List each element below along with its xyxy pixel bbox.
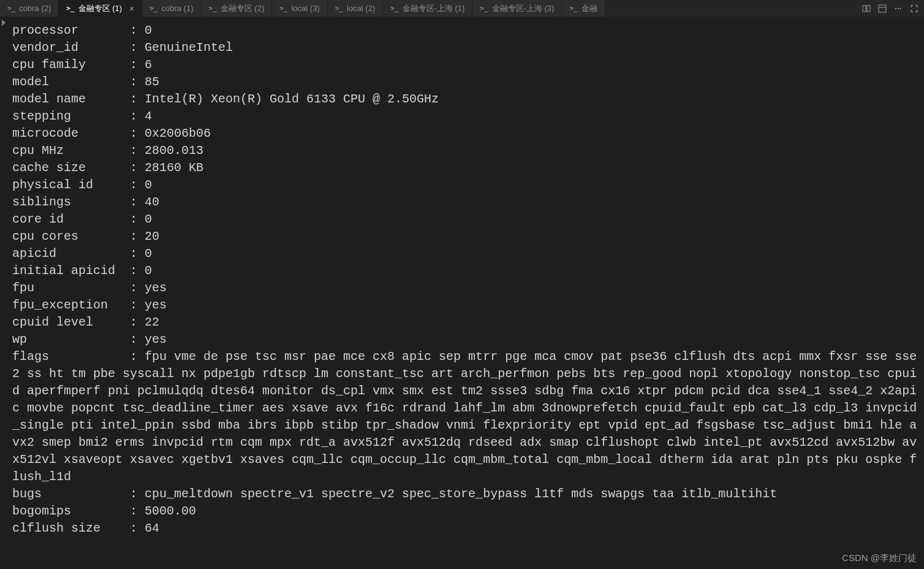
svg-point-5 [898, 7, 899, 9]
cpuinfo-row: wp : yes [12, 331, 922, 348]
cpuinfo-row: apicid : 0 [12, 245, 922, 262]
terminal-tab[interactable]: >_金融 [562, 0, 605, 17]
svg-rect-1 [867, 6, 870, 12]
tab-label: cobra (2) [19, 4, 51, 13]
svg-point-4 [895, 7, 896, 9]
tab-label: 金融 [581, 3, 597, 14]
close-icon[interactable]: × [129, 4, 134, 13]
terminal-icon: >_ [66, 4, 74, 12]
terminal-tab[interactable]: >_金融专区-上海 (1) [383, 0, 472, 17]
terminal-tab[interactable]: >_local (2) [328, 0, 384, 17]
split-icon[interactable] [862, 4, 871, 13]
cpuinfo-row: cache size : 28160 KB [12, 159, 922, 177]
cpuinfo-row: fpu : yes [12, 280, 922, 297]
cpuinfo-row: model : 85 [12, 74, 922, 91]
more-icon[interactable] [893, 4, 903, 13]
cpuinfo-row: siblings : 40 [12, 194, 922, 211]
cpuinfo-row: initial apicid : 0 [12, 262, 922, 280]
cpuinfo-row: cpu family : 6 [12, 56, 922, 74]
terminal-tab[interactable]: >_金融专区-上海 (3) [472, 0, 562, 17]
terminal-tab[interactable]: >_cobra (2) [0, 0, 59, 17]
cpuinfo-row: microcode : 0x2006b06 [12, 125, 922, 142]
svg-rect-2 [879, 5, 886, 12]
cpuinfo-row: bugs : cpu_meltdown spectre_v1 spectre_v… [12, 486, 922, 503]
fold-gutter[interactable] [0, 17, 10, 569]
tab-label: local (3) [292, 4, 320, 13]
cpuinfo-flags: flags : fpu vme de pse tsc msr pae mce c… [12, 348, 922, 486]
terminal-tab[interactable]: >_cobra (1) [142, 0, 201, 17]
terminal-output[interactable]: processor : 0vendor_id : GenuineIntelcpu… [10, 17, 924, 569]
cpuinfo-row: clflush size : 64 [12, 520, 922, 537]
svg-point-6 [900, 7, 901, 9]
tab-label: local (2) [347, 4, 375, 13]
terminal-tab[interactable]: >_金融专区 (1)× [59, 0, 142, 17]
maximize-icon[interactable] [909, 4, 919, 13]
terminal-icon: >_ [569, 4, 577, 12]
tab-label: 金融专区 (1) [78, 3, 123, 14]
terminal-icon: >_ [279, 4, 287, 12]
terminal-icon: >_ [335, 4, 343, 12]
cpuinfo-row: processor : 0 [12, 22, 922, 39]
terminal-icon: >_ [390, 4, 398, 12]
window-controls [862, 0, 924, 17]
tab-label: 金融专区-上海 (1) [403, 3, 465, 14]
cpuinfo-row: stepping : 4 [12, 108, 922, 125]
cpuinfo-row: cpuid level : 22 [12, 314, 922, 331]
svg-rect-0 [863, 6, 866, 12]
terminal-icon: >_ [209, 4, 217, 12]
watermark: CSDN @李姓门徒 [842, 552, 917, 564]
terminal-icon: >_ [7, 4, 15, 12]
cpuinfo-row: physical id : 0 [12, 177, 922, 194]
cpuinfo-row: cpu MHz : 2800.013 [12, 142, 922, 159]
cpuinfo-row: fpu_exception : yes [12, 297, 922, 314]
tab-label: cobra (1) [161, 4, 193, 13]
tab-label: 金融专区-上海 (3) [492, 3, 555, 14]
terminal-tab[interactable]: >_金融专区 (2) [202, 0, 273, 17]
terminal-tab[interactable]: >_local (3) [272, 0, 328, 17]
cpuinfo-row: core id : 0 [12, 211, 922, 228]
cpuinfo-row: vendor_id : GenuineIntel [12, 39, 922, 56]
layout-icon[interactable] [877, 4, 887, 13]
tab-bar: >_cobra (2)>_金融专区 (1)×>_cobra (1)>_金融专区 … [0, 0, 924, 17]
cpuinfo-row: model name : Intel(R) Xeon(R) Gold 6133 … [12, 91, 922, 108]
cpuinfo-row: cpu cores : 20 [12, 228, 922, 245]
terminal-icon: >_ [150, 4, 157, 12]
tab-label: 金融专区 (2) [221, 3, 265, 14]
terminal-icon: >_ [480, 4, 488, 12]
cpuinfo-row: bogomips : 5000.00 [12, 503, 922, 520]
